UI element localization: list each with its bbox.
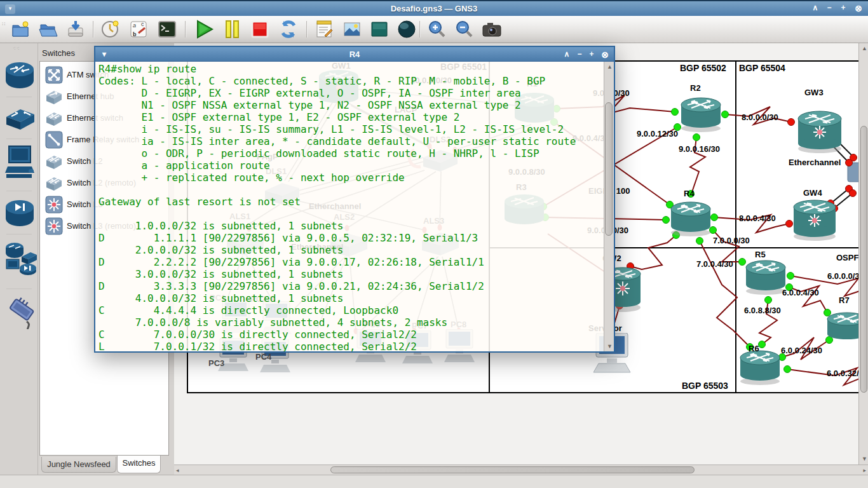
scroll-up-icon[interactable]: ▲ (862, 45, 867, 51)
stop-button[interactable] (250, 19, 270, 39)
stop-icon (250, 19, 270, 39)
note-etherchannel: Etherchannel (789, 158, 841, 167)
window-close-button[interactable]: ⊗ (853, 3, 864, 13)
screenshot-button[interactable] (481, 19, 501, 39)
insert-picture-icon (342, 19, 362, 39)
save-project-button[interactable] (65, 19, 86, 39)
draw-ellipse-button[interactable] (397, 19, 417, 39)
zoom-out-button[interactable] (454, 19, 475, 39)
snapshot-icon (100, 19, 121, 39)
window-shade-button[interactable]: ∧ (810, 3, 821, 12)
device-label-r5: R5 (755, 250, 766, 259)
start-button[interactable] (194, 19, 214, 39)
suspend-icon (222, 19, 242, 39)
add-note-button[interactable] (314, 19, 334, 39)
svg-text:b: b (133, 31, 137, 37)
main-toolbar: ⁞⁞ acb (0, 16, 868, 43)
device-router-r7[interactable] (826, 311, 858, 347)
toolbar-grip[interactable]: ⁞⁞ (2, 21, 6, 27)
atm-switch-icon (45, 66, 63, 84)
canvas-vertical-scrollbar[interactable]: ▲ ▼ (858, 43, 868, 464)
device-label-r7: R7 (839, 295, 850, 305)
browse-switches-button[interactable] (5, 103, 34, 135)
suspend-button[interactable] (222, 19, 242, 39)
device-label-r4: R4 (684, 189, 695, 198)
reload-button[interactable] (278, 19, 299, 39)
device-toolbar-grip[interactable]: ⁖⁖ (13, 46, 20, 51)
show-interface-labels-button[interactable]: acb (128, 19, 149, 39)
zoom-in-button[interactable] (427, 19, 447, 39)
link-label: 8.0.0.0/30 (742, 112, 778, 122)
device-router-r2[interactable] (680, 97, 722, 135)
new-project-icon (10, 19, 31, 39)
browse-end-devices-button[interactable] (5, 145, 34, 187)
separator (6, 234, 32, 234)
device-multilayer-switch-gw4[interactable] (792, 198, 837, 244)
device-label-pc4: PC4 (255, 352, 271, 362)
reload-icon (278, 19, 299, 39)
device-label-pc3: PC3 (208, 358, 224, 368)
switch-l2-icon (45, 152, 63, 170)
link-label: 6.0.0.32/30 (827, 369, 858, 378)
console-maximize-button[interactable]: + (587, 50, 597, 58)
add-link-button[interactable] (5, 295, 34, 332)
console-window-r4[interactable]: ▾ R4 ∧ − + ⊗ R4#show ip route Codes: L -… (94, 46, 615, 353)
ethernet-switch-icon (45, 109, 63, 127)
canvas-horizontal-scrollbar-thumb[interactable] (330, 466, 695, 473)
scroll-right-icon[interactable]: ▸ (863, 467, 866, 473)
window-maximize-button[interactable]: + (837, 3, 849, 12)
zoom-out-icon (454, 19, 475, 39)
link-label: 7.0.0.4/30 (696, 259, 733, 269)
browse-routers-button[interactable] (5, 60, 34, 93)
scroll-down-icon[interactable]: ▼ (862, 456, 867, 462)
browse-all-devices-button[interactable] (5, 240, 34, 280)
switch-l2-remote-icon (45, 174, 63, 192)
show-interface-labels-icon: acb (128, 19, 149, 39)
console-connect-all-button[interactable] (157, 19, 177, 39)
add-link-icon (5, 295, 37, 329)
draw-rectangle-button[interactable] (369, 19, 390, 39)
scroll-up-icon[interactable]: ▲ (607, 64, 613, 70)
snapshot-button[interactable] (100, 19, 121, 39)
switch-l3-icon (45, 196, 63, 214)
console-output-text[interactable]: R4#show ip route Codes: L - local, C - c… (98, 63, 576, 351)
console-output-area[interactable]: R4#show ip route Codes: L - local, C - c… (95, 62, 604, 351)
insert-picture-button[interactable] (342, 19, 362, 39)
ethernet-hub-icon (45, 88, 63, 105)
window-titlebar[interactable]: ▾ Desafio.gns3 — GNS3 ∧ − + ⊗ (0, 0, 868, 16)
console-scrollbar-thumb[interactable] (605, 102, 613, 236)
device-router-r6[interactable] (739, 349, 781, 388)
console-scrollbar[interactable]: ▲ ▼ (604, 62, 614, 351)
start-icon (194, 19, 215, 39)
canvas-horizontal-scrollbar[interactable]: ◂ ▸ (174, 464, 868, 475)
router-icon (5, 60, 34, 91)
scroll-left-icon[interactable]: ◂ (176, 467, 179, 473)
new-project-button[interactable] (10, 19, 31, 39)
device-router-r4[interactable] (670, 201, 712, 239)
canvas-vertical-scrollbar-thumb[interactable] (860, 126, 867, 393)
console-titlebar[interactable]: ▾ R4 ∧ − + ⊗ (95, 47, 614, 62)
window-title: Desafio.gns3 — GNS3 (0, 4, 868, 13)
security-device-icon (5, 197, 34, 229)
console-close-button[interactable]: ⊗ (600, 50, 610, 60)
svg-text:a: a (133, 22, 136, 29)
console-shade-button[interactable]: ∧ (562, 50, 572, 58)
open-project-button[interactable] (38, 19, 58, 39)
area-label-bgp65504: BGP 65504 (739, 63, 785, 73)
console-title-text: R4 (95, 50, 614, 59)
note-ospf: OSPF (836, 253, 858, 262)
scroll-down-icon[interactable]: ▼ (607, 343, 613, 349)
device-multilayer-switch-gw3[interactable] (796, 109, 843, 156)
tab-jungle-newsfeed[interactable]: Jungle Newsfeed (41, 457, 116, 473)
toolbar-separator (306, 21, 308, 37)
link-label: 9.0.0.12/30 (637, 129, 678, 139)
device-toolbar: ⁖⁖ (0, 43, 38, 488)
link-label: 8.0.0.4/30 (739, 214, 776, 223)
browse-security-devices-button[interactable] (5, 197, 34, 231)
device-router-r5[interactable] (745, 259, 787, 297)
console-minimize-button[interactable]: − (574, 50, 585, 58)
area-label-bgp65502: BGP 65502 (680, 63, 726, 73)
window-minimize-button[interactable]: − (824, 3, 835, 12)
tab-switches[interactable]: Switches (117, 456, 161, 473)
toolbar-separator (419, 21, 421, 37)
